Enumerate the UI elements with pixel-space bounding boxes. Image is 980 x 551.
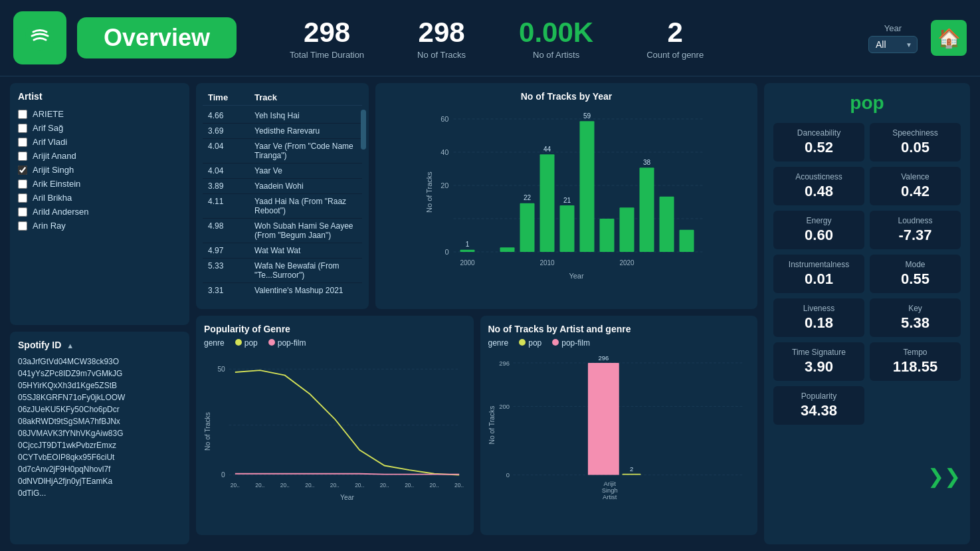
table-row[interactable]: 4.66Yeh Ishq Hai [203, 108, 362, 124]
bar-chart-title: No of Tracks by Year [383, 91, 749, 102]
home-icon: 🏠 [937, 27, 961, 49]
artist-genre-box: No of Tracks by Artist and genre genre p… [480, 316, 758, 535]
spotify-id-item[interactable]: 0d7cAnv2jF9H0pqNhovl7f [18, 463, 181, 475]
svg-text:20..: 20.. [405, 482, 414, 489]
year-select-wrapper[interactable]: All 2000 2005 2010 2015 2020 [868, 36, 918, 53]
svg-text:200: 200 [499, 403, 510, 410]
table-row[interactable]: 4.04Yaar Ve [203, 164, 362, 179]
metric-block: Energy0.60 [773, 211, 864, 249]
svg-text:296: 296 [499, 360, 510, 367]
table-row[interactable]: 3.89Yaadein Wohi [203, 179, 362, 194]
spotify-id-item[interactable]: 0dNVDlHjA2fjn0yjTEamKa [18, 475, 181, 487]
svg-rect-57 [587, 363, 619, 475]
spotify-id-item[interactable]: 041yYsZPc8IDZ9m7vGMkJG [18, 368, 181, 380]
genre-pop-title: Popularity of Genre [204, 324, 466, 334]
artist-genre-title: No of Tracks by Artist and genre [488, 324, 750, 334]
svg-rect-21 [580, 121, 595, 252]
spotify-icon [24, 20, 56, 56]
artist-legend-pop-film: pop-film [552, 338, 590, 348]
stat-value-duration: 298 [304, 17, 350, 49]
artist-filter-item[interactable]: Arin Ray [18, 219, 181, 233]
year-select[interactable]: All 2000 2005 2010 2015 2020 [868, 36, 918, 53]
metrics-grid: Danceability0.52Speechiness0.05Acousticn… [773, 123, 961, 425]
app-title: Overview [104, 24, 210, 51]
table-row[interactable]: 4.04Yaar Ve (From "Code Name Tiranga") [203, 139, 362, 164]
svg-text:20..: 20.. [330, 482, 340, 489]
spotify-id-box: Spotify ID ▲ 03aJrfGtVd04MCW38ck93O041yY… [10, 332, 189, 544]
svg-text:0: 0 [221, 471, 225, 479]
svg-rect-24 [620, 207, 635, 252]
metric-block: Acousticness0.48 [773, 167, 864, 205]
track-list[interactable]: 4.66Yeh Ishq Hai3.69Yedisthe Rarevaru4.0… [203, 108, 362, 294]
svg-text:20..: 20.. [280, 482, 290, 489]
spotify-id-item[interactable]: 0CjccJT9DT1wkPvbzrEmxz [18, 439, 181, 451]
svg-text:60: 60 [441, 115, 448, 123]
table-row[interactable]: 3.69Yedisthe Rarevaru [203, 124, 362, 139]
artist-filter-item[interactable]: Aril Brikha [18, 191, 181, 205]
svg-text:20..: 20.. [231, 482, 240, 489]
metric-block: Popularity34.38 [773, 386, 864, 425]
svg-text:1: 1 [466, 241, 470, 248]
metric-block: Time Signature3.90 [773, 342, 864, 381]
genre-display: pop [773, 92, 961, 114]
metric-block: Valence0.42 [870, 167, 961, 205]
year-filter-label: Year [884, 23, 902, 33]
table-row[interactable]: 4.97Wat Wat Wat [203, 243, 362, 259]
genre-popularity-box: Popularity of Genre genre pop pop-film 5… [196, 316, 474, 535]
track-scrollbar[interactable] [361, 110, 366, 150]
spotify-id-item[interactable]: 05SJ8KGRFN71oFy0jkLOOW [18, 391, 181, 403]
center-panel: Time Track 4.66Yeh Ishq Hai3.69Yedisthe … [196, 83, 757, 544]
spotify-id-item[interactable]: 0dTiG... [18, 487, 181, 499]
stat-label-genre: Count of genre [646, 50, 704, 60]
svg-text:44: 44 [543, 146, 551, 153]
table-row[interactable]: 4.11Yaad Hai Na (From "Raaz Reboot") [203, 194, 362, 219]
spotify-id-item[interactable]: 05HYirKQxXh3d1Kge5ZStB [18, 380, 181, 391]
svg-text:0: 0 [444, 248, 448, 256]
spotify-id-item[interactable]: 03aJrfGtVd04MCW38ck93O [18, 356, 181, 368]
spotify-id-item[interactable]: 0CYTvbEOIP8qkx95F6ciUt [18, 451, 181, 463]
table-row[interactable]: 3.31Valentine's Mashup 2021 [203, 283, 362, 294]
artist-filter-item[interactable]: Arif Vladi [18, 135, 181, 149]
spotify-id-item[interactable]: 06zJUeKU5KFy50Cho6pDcr [18, 403, 181, 415]
svg-text:20..: 20.. [454, 482, 464, 489]
svg-text:38: 38 [643, 159, 651, 166]
metric-block: Mode0.55 [870, 255, 961, 293]
svg-rect-19 [560, 205, 575, 252]
artist-filter-item[interactable]: Arik Einstein [18, 177, 181, 191]
svg-text:Arijit: Arijit [603, 481, 616, 487]
home-button[interactable]: 🏠 [931, 20, 967, 56]
svg-text:Year: Year [569, 272, 584, 280]
table-row[interactable]: 4.98Woh Subah Hami Se Aayee (From "Begum… [203, 219, 362, 243]
header: Overview 298 Total Time Duration 298 No … [0, 0, 980, 76]
main-content: Artist ARIETEArif SağArif VladiArijit An… [0, 76, 980, 551]
svg-rect-27 [660, 197, 674, 252]
table-row[interactable]: 5.33Wafa Ne Bewafai (From "Te...Surroor"… [203, 259, 362, 283]
spotify-id-item[interactable]: 08JVMAVK3fYNhVKgAiw83G [18, 427, 181, 439]
next-arrow[interactable]: ❯❯ [870, 465, 961, 488]
artist-filter-item[interactable]: Arijit Anand [18, 149, 181, 163]
metric-block: Danceability0.52 [773, 123, 864, 162]
header-right: Year All 2000 2005 2010 2015 2020 🏠 [868, 20, 967, 56]
metric-block: Liveness0.18 [773, 298, 864, 337]
stat-value-tracks: 298 [419, 17, 465, 49]
stat-genre-count: 2 Count of genre [646, 17, 704, 60]
svg-text:59: 59 [583, 112, 591, 120]
artist-filter-item[interactable]: ARIETE [18, 107, 181, 121]
svg-rect-28 [680, 230, 694, 252]
stat-label-tracks: No of Tracks [417, 50, 466, 60]
artist-filter-title: Artist [18, 91, 181, 102]
artist-filter-item[interactable]: Arild Andersen [18, 205, 181, 219]
svg-text:No of Tracks: No of Tracks [425, 171, 433, 213]
svg-text:22: 22 [524, 194, 532, 201]
svg-text:20..: 20.. [380, 482, 389, 489]
svg-text:Artist: Artist [603, 494, 617, 500]
svg-rect-15 [520, 203, 535, 252]
artist-filter-item[interactable]: Arijit Singh [18, 163, 181, 177]
artist-filter-item[interactable]: Arif Sağ [18, 121, 181, 135]
spotify-id-item[interactable]: 08akRWDt9tSgSMA7hfBJNx [18, 415, 181, 427]
svg-rect-11 [460, 250, 475, 252]
svg-rect-23 [600, 219, 615, 252]
svg-text:0: 0 [506, 472, 509, 479]
stat-no-artists: 0.00K No of Artists [519, 17, 593, 60]
stat-label-duration: Total Time Duration [290, 50, 364, 60]
